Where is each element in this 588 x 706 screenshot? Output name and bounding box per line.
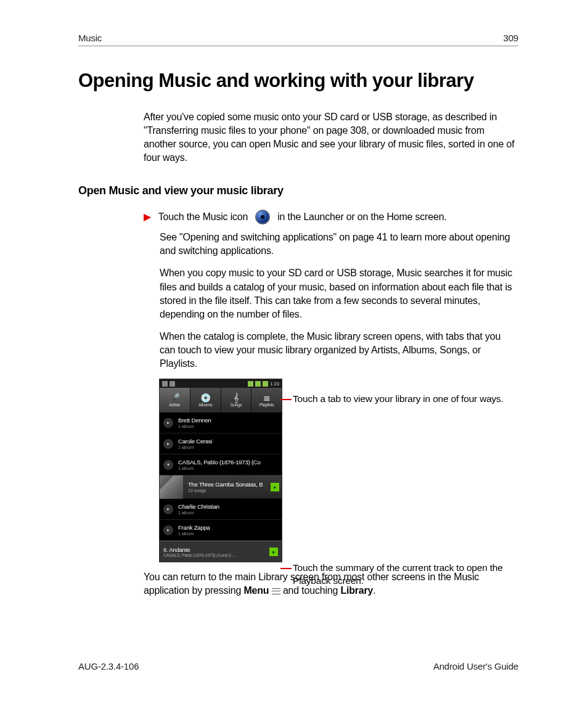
tab-label: Artists [169,403,180,407]
tab-label: Songs [230,403,242,407]
tab-albums[interactable]: 💿 Albums [190,388,221,413]
artist-row[interactable]: Frank Zappa 1 album [160,520,282,541]
artist-sub: 1 album [178,531,210,536]
artist-name: Carole Cerasi [178,438,212,445]
artist-sub: 1 album [178,445,212,450]
expand-icon[interactable] [163,418,173,428]
artist-row[interactable]: Charlie Christian 1 album [160,499,282,520]
menu-icon [272,588,280,594]
menu-word: Menu [243,585,269,596]
tab-label: Playlists [259,403,274,407]
paragraph: See "Opening and switching applications"… [160,231,518,258]
page-footer: AUG-2.3.4-106 Android User's Guide [78,661,518,671]
artist-name: CASALS, Pablo (1876-1973) (Co [178,459,261,466]
status-bar: 1:23 [160,379,282,388]
expand-icon[interactable] [163,525,173,535]
page-title: Opening Music and working with your libr… [78,70,518,92]
callout-tabs: Touch a tab to view your library in one … [293,393,504,406]
callout-line [280,399,292,400]
album-art [160,475,183,499]
footer-left: AUG-2.3.4-106 [78,661,139,671]
music-app-icon [255,210,270,224]
intro-paragraph: After you've copied some music onto your… [144,110,518,165]
now-playing-sub: CASALS, Pablo (1876-1973) (Cond.)/ … [163,553,269,557]
list-icon: ≣ [263,393,271,402]
header-page-number: 309 [504,33,518,43]
now-playing-title: II. Andante [163,546,269,553]
artist-row[interactable]: Carole Cerasi 1 album [160,433,282,454]
microphone-icon: 🎤 [169,393,180,402]
section-heading: Open Music and view your music library [78,184,518,197]
bullet-post: in the Launcher or on the Home screen. [277,211,446,223]
album-row[interactable]: The Three Gamba Sonatas, B 12 songs [160,475,282,499]
artist-name: Brett Dennen [178,417,211,424]
header-section: Music [78,33,102,43]
bullet-pre: Touch the Music icon [158,211,248,223]
expand-icon[interactable] [163,439,173,449]
paragraph: When the catalog is complete, the Music … [160,330,518,371]
triangle-bullet-icon: ▶ [144,212,151,222]
artist-sub: 1 album [178,424,211,429]
artist-sub: 1 album [178,466,261,471]
callout-line [280,568,292,569]
footer-right: Android User's Guide [433,661,518,671]
collapse-icon[interactable] [163,460,173,470]
now-playing-bar[interactable]: II. Andante CASALS, Pablo (1876-1973) (C… [160,541,282,562]
callouts: Touch a tab to view your library in one … [289,379,518,562]
play-icon[interactable] [269,548,278,556]
album-sub: 12 songs [188,488,271,493]
tab-label: Albums [198,403,212,407]
note-icon: 𝄞 [234,393,239,402]
artist-sub: 1 album [178,510,219,515]
artist-name: Charlie Christian [178,503,219,510]
tab-songs[interactable]: 𝄞 Songs [221,388,252,413]
bullet-step: ▶ Touch the Music icon in the Launcher o… [144,210,518,224]
status-icon [162,381,168,387]
signal-icon [255,381,261,387]
artist-name: Frank Zappa [178,524,210,531]
paragraph: When you copy music to your SD card or U… [160,266,518,321]
album-title: The Three Gamba Sonatas, B [188,481,271,488]
tab-playlists[interactable]: ≣ Playlists [251,388,282,413]
page-header: Music 309 [78,33,518,46]
status-icon [248,381,253,387]
expand-icon[interactable] [163,504,173,514]
phone-screenshot: 1:23 🎤 Artists 💿 Albums 𝄞 Songs [160,379,282,562]
status-clock: 1:23 [270,381,279,387]
library-tabs: 🎤 Artists 💿 Albums 𝄞 Songs ≣ Playlists [160,388,282,413]
artist-row[interactable]: Brett Dennen 1 album [160,413,282,433]
screenshot-with-callouts: 1:23 🎤 Artists 💿 Albums 𝄞 Songs [160,379,518,562]
artist-row[interactable]: CASALS, Pablo (1876-1973) (Co 1 album [160,454,282,475]
tab-artists[interactable]: 🎤 Artists [160,388,190,413]
battery-icon [263,381,268,387]
play-indicator-icon [271,483,279,491]
disc-icon: 💿 [200,393,211,402]
callout-nowplaying: Touch the summary of the current track t… [293,562,518,588]
status-icon [169,381,175,387]
